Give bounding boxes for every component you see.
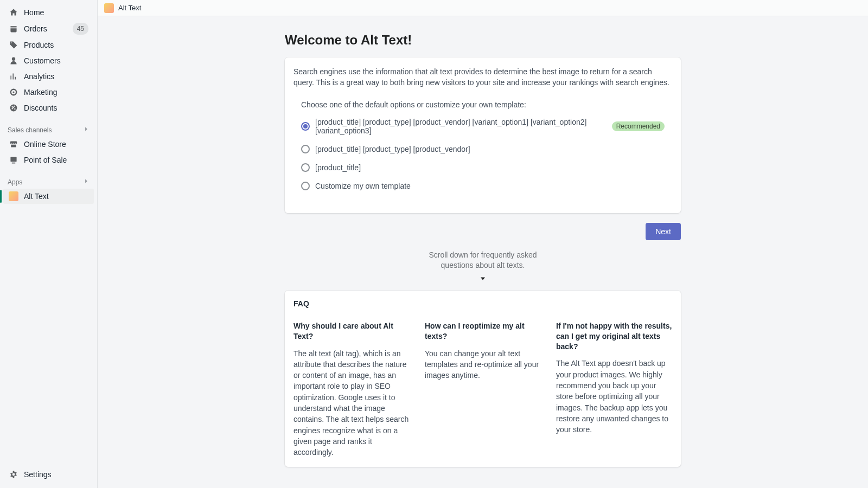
- faq-question: If I'm not happy with the results, can I…: [556, 321, 672, 352]
- option-label: [product_title] [product_type] [product_…: [315, 118, 604, 135]
- template-option-3[interactable]: Customize my own template: [301, 182, 665, 190]
- sidebar-item-label: Online Store: [24, 139, 88, 150]
- sidebar-item-label: Marketing: [24, 87, 88, 98]
- faq-item: How can I reoptimize my alt texts? You c…: [425, 321, 541, 458]
- sidebar-item-label: Alt Text: [24, 191, 88, 202]
- target-icon: [9, 87, 18, 97]
- radio-icon: [301, 122, 310, 131]
- store-icon: [9, 139, 18, 149]
- bar-chart-icon: [9, 72, 18, 81]
- option-label: [product_title] [product_type] [product_…: [315, 145, 470, 153]
- app-logo-icon: [104, 3, 114, 13]
- sidebar-item-orders[interactable]: Orders 45: [3, 21, 94, 37]
- orders-count-badge: 45: [73, 23, 88, 35]
- section-label: Sales channels: [8, 126, 52, 134]
- faq-heading: FAQ: [293, 299, 672, 308]
- percent-icon: [9, 103, 18, 113]
- sidebar-item-label: Point of Sale: [24, 155, 88, 165]
- radio-icon: [301, 163, 310, 172]
- sidebar-item-customers[interactable]: Customers: [3, 53, 94, 68]
- sidebar-item-label: Discounts: [24, 102, 88, 113]
- faq-question: How can I reoptimize my alt texts?: [425, 321, 541, 342]
- option-label: Customize my own template: [315, 182, 411, 190]
- sidebar-item-discounts[interactable]: Discounts: [3, 100, 94, 115]
- faq-item: If I'm not happy with the results, can I…: [556, 321, 672, 458]
- radio-icon: [301, 182, 310, 190]
- sidebar-item-point-of-sale[interactable]: Point of Sale: [3, 152, 94, 168]
- faq-answer: The alt text (alt tag), which is an attr…: [293, 348, 410, 458]
- sales-channels-header[interactable]: Sales channels: [0, 121, 97, 136]
- chevron-right-icon: [83, 178, 90, 186]
- person-icon: [9, 56, 18, 66]
- sidebar-item-label: Analytics: [24, 71, 88, 82]
- sidebar-item-label: Customers: [24, 55, 88, 66]
- sidebar-item-settings[interactable]: Settings: [0, 465, 97, 488]
- template-option-0[interactable]: [product_title] [product_type] [product_…: [301, 118, 665, 135]
- pos-icon: [9, 155, 18, 165]
- template-options-card: Search engines use the information that …: [285, 57, 681, 213]
- sidebar: Home Orders 45 Products Customers Anal: [0, 0, 98, 488]
- faq-answer: You can change your alt text templates a…: [425, 348, 541, 381]
- sidebar-item-label: Orders: [24, 23, 73, 34]
- page-title: Welcome to Alt Text!: [285, 33, 681, 48]
- sidebar-item-home[interactable]: Home: [3, 5, 94, 20]
- orders-icon: [9, 24, 18, 34]
- section-label: Apps: [8, 178, 22, 186]
- recommended-badge: Recommended: [612, 121, 665, 131]
- template-option-1[interactable]: [product_title] [product_type] [product_…: [301, 145, 665, 153]
- sidebar-item-online-store[interactable]: Online Store: [3, 137, 94, 152]
- faq-item: Why should I care about Alt Text? The al…: [293, 321, 410, 458]
- sidebar-item-label: Settings: [24, 470, 52, 479]
- faq-answer: The Alt Text app doesn't back up your pr…: [556, 358, 672, 435]
- sidebar-item-label: Products: [24, 40, 88, 50]
- radio-icon: [301, 145, 310, 153]
- home-icon: [9, 8, 18, 17]
- sidebar-item-app-alt-text[interactable]: Alt Text: [3, 189, 94, 204]
- sidebar-item-products[interactable]: Products: [3, 37, 94, 53]
- actions-row: Next: [285, 223, 681, 240]
- tag-icon: [9, 40, 18, 50]
- sidebar-item-analytics[interactable]: Analytics: [3, 69, 94, 84]
- sidebar-item-label: Home: [24, 7, 88, 18]
- template-option-2[interactable]: [product_title]: [301, 163, 665, 172]
- topbar: Alt Text: [98, 0, 868, 16]
- topbar-title: Alt Text: [118, 4, 141, 12]
- option-label: [product_title]: [315, 163, 361, 172]
- intro-text: Search engines use the information that …: [293, 66, 672, 88]
- apps-header[interactable]: Apps: [0, 174, 97, 188]
- app-logo-icon: [9, 191, 18, 201]
- faq-question: Why should I care about Alt Text?: [293, 321, 410, 342]
- sidebar-item-marketing[interactable]: Marketing: [3, 85, 94, 100]
- options-prompt: Choose one of the default options or cus…: [301, 100, 665, 109]
- faq-card: FAQ Why should I care about Alt Text? Th…: [285, 291, 681, 467]
- content-scroll[interactable]: Welcome to Alt Text! Search engines use …: [98, 16, 868, 488]
- scroll-hint-text: Scroll down for frequently asked questio…: [412, 250, 553, 271]
- chevron-right-icon: [83, 126, 90, 134]
- next-button[interactable]: Next: [646, 223, 681, 240]
- main-area: Alt Text Welcome to Alt Text! Search eng…: [98, 0, 868, 488]
- chevron-down-icon: [285, 274, 681, 283]
- gear-icon: [9, 470, 18, 479]
